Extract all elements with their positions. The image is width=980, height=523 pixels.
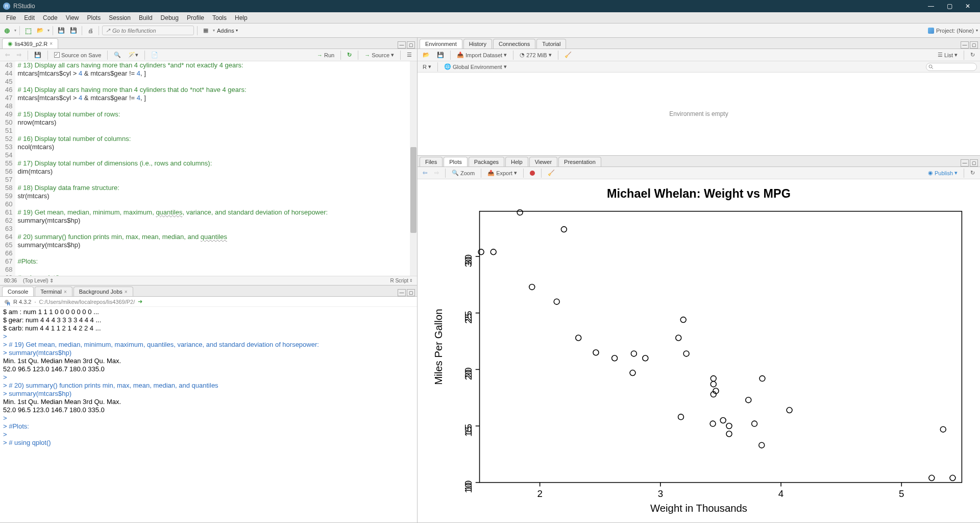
clear-plots-button[interactable]: 🧹 — [546, 169, 557, 177]
next-plot-button[interactable]: ⇨ — [432, 169, 441, 177]
working-dir[interactable]: C:/Users/mikew/localrepos/lis4369/P2/ — [39, 299, 135, 305]
source-script-button[interactable]: →Source ▾ — [362, 51, 396, 59]
env-scope-select[interactable]: 🌐 Global Environment ▾ — [442, 63, 509, 70]
goto-file-input[interactable]: ↗Go to file/function — [102, 26, 194, 35]
pane-minimize-button[interactable]: — — [398, 41, 406, 49]
find-button[interactable]: 🔍 — [112, 51, 123, 59]
report-button[interactable]: 📄 — [149, 51, 160, 59]
svg-text:5: 5 — [899, 488, 904, 499]
console-pane: ConsoleTerminal×Background Jobs× — ▢ R 4… — [0, 286, 417, 523]
view-mode-button[interactable]: ☰ List ▾ — [936, 51, 960, 59]
open-file-button[interactable]: 📂 — [35, 26, 45, 36]
forward-button[interactable]: ⇨ — [15, 51, 23, 59]
publish-button[interactable]: ◉ Publish ▾ — [926, 169, 960, 177]
tab-help[interactable]: Help — [505, 157, 528, 167]
outline-button[interactable]: ☰ — [405, 51, 414, 59]
path-arrow-icon[interactable]: ➜ — [138, 298, 142, 305]
close-tab-icon[interactable]: × — [50, 41, 53, 46]
tab-terminal[interactable]: Terminal× — [35, 287, 72, 296]
code-editor[interactable]: 4344454647484950515253545556575859606162… — [0, 61, 417, 276]
menu-edit[interactable]: Edit — [20, 13, 39, 22]
editor-scrollbar[interactable] — [410, 61, 417, 276]
env-search-input[interactable] — [926, 63, 977, 71]
source-pane: ◉ lis4369_p2.R × — ▢ ⇦ ⇨ 💾 Source on Sav… — [0, 38, 417, 286]
r-logo-icon — [3, 298, 10, 305]
menu-help[interactable]: Help — [231, 13, 252, 22]
pane-maximize-button[interactable]: ▢ — [970, 41, 978, 49]
tab-background-jobs[interactable]: Background Jobs× — [74, 287, 133, 296]
svg-point-51 — [760, 376, 765, 382]
addins-menu[interactable]: Addins ▾ — [217, 28, 238, 34]
pane-minimize-button[interactable]: — — [961, 159, 969, 167]
maximize-button[interactable]: ▢ — [940, 0, 959, 12]
refresh-button[interactable]: ↻ — [968, 51, 977, 59]
wand-button[interactable]: 🪄▾ — [126, 51, 140, 59]
save-all-button[interactable]: 💾 — [68, 26, 79, 36]
tab-history[interactable]: History — [463, 39, 492, 49]
source-on-save-checkbox[interactable]: Source on Save — [52, 52, 103, 59]
clear-workspace-button[interactable]: 🧹 — [562, 51, 574, 59]
menu-code[interactable]: Code — [39, 13, 62, 22]
environment-tabs: EnvironmentHistoryConnectionsTutorial — … — [418, 38, 980, 49]
svg-point-46 — [517, 209, 523, 215]
tab-files[interactable]: Files — [420, 157, 443, 167]
remove-plot-button[interactable] — [528, 170, 537, 176]
new-file-button[interactable]: ⊕ — [2, 26, 12, 36]
main-toolbar: ⊕ ▾ ⬚ 📂 ▾ 💾 💾 🖨 ↗Go to file/function ▦ ▾… — [0, 23, 980, 38]
refresh-plot-button[interactable]: ↻ — [968, 169, 977, 177]
tab-environment[interactable]: Environment — [420, 39, 462, 49]
pane-minimize-button[interactable]: — — [961, 41, 969, 49]
menu-view[interactable]: View — [62, 13, 83, 22]
tab-viewer[interactable]: Viewer — [529, 157, 557, 167]
save-source-button[interactable]: 💾 — [32, 51, 43, 59]
prev-plot-button[interactable]: ⇦ — [421, 169, 429, 177]
minimize-button[interactable]: — — [922, 0, 940, 12]
console-output[interactable]: $ am : num 1 1 1 0 0 0 0 0 0 0 ... $ gea… — [0, 307, 417, 522]
source-file-tab[interactable]: ◉ lis4369_p2.R × — [2, 38, 58, 49]
language-indicator[interactable]: R Script — [390, 278, 408, 283]
r-version: R 4.3.2 — [13, 299, 31, 305]
pane-maximize-button[interactable]: ▢ — [970, 159, 978, 167]
menu-file[interactable]: File — [2, 13, 20, 22]
svg-text:10: 10 — [463, 481, 474, 491]
tab-packages[interactable]: Packages — [469, 157, 504, 167]
menu-session[interactable]: Session — [105, 13, 135, 22]
svg-point-52 — [529, 284, 535, 290]
load-workspace-button[interactable]: 📂 — [421, 51, 432, 59]
save-workspace-button[interactable]: 💾 — [435, 51, 446, 59]
tab-plots[interactable]: Plots — [444, 157, 467, 167]
menu-plots[interactable]: Plots — [83, 13, 105, 22]
menu-build[interactable]: Build — [135, 13, 157, 22]
language-scope[interactable]: R ▾ — [421, 63, 433, 70]
print-button[interactable]: 🖨 — [85, 26, 95, 36]
cursor-position: 80:36 — [4, 278, 17, 283]
svg-text:25: 25 — [463, 311, 474, 322]
scope-indicator[interactable]: (Top Level) ⇕ — [23, 278, 54, 283]
import-dataset-button[interactable]: 📥 Import Dataset ▾ — [455, 51, 509, 59]
tab-console[interactable]: Console — [2, 287, 34, 296]
grid-button[interactable]: ▦ — [201, 26, 211, 36]
new-project-button[interactable]: ⬚ — [23, 26, 33, 36]
pane-minimize-button[interactable]: — — [398, 289, 406, 296]
tab-presentation[interactable]: Presentation — [558, 157, 601, 167]
pane-maximize-button[interactable]: ▢ — [407, 41, 415, 49]
memory-usage[interactable]: ◔ 272 MiB ▾ — [518, 51, 553, 59]
svg-point-33 — [726, 431, 732, 437]
save-button[interactable]: 💾 — [56, 26, 66, 36]
svg-point-42 — [950, 475, 955, 481]
menu-tools[interactable]: Tools — [208, 13, 231, 22]
pane-maximize-button[interactable]: ▢ — [407, 289, 415, 296]
run-button[interactable]: →Run — [315, 52, 336, 59]
export-button[interactable]: 📤 Export ▾ — [485, 169, 519, 177]
close-button[interactable]: ✕ — [959, 0, 977, 12]
menu-profile[interactable]: Profile — [183, 13, 208, 22]
project-menu[interactable]: Project: (None) ▾ — [928, 28, 978, 34]
svg-point-43 — [940, 426, 946, 432]
menu-debug[interactable]: Debug — [157, 13, 183, 22]
svg-point-40 — [752, 421, 757, 426]
rerun-button[interactable]: ↻ — [345, 51, 354, 59]
back-button[interactable]: ⇦ — [3, 51, 12, 59]
tab-tutorial[interactable]: Tutorial — [536, 39, 566, 49]
tab-connections[interactable]: Connections — [493, 39, 535, 49]
zoom-button[interactable]: 🔍 Zoom — [450, 169, 477, 177]
